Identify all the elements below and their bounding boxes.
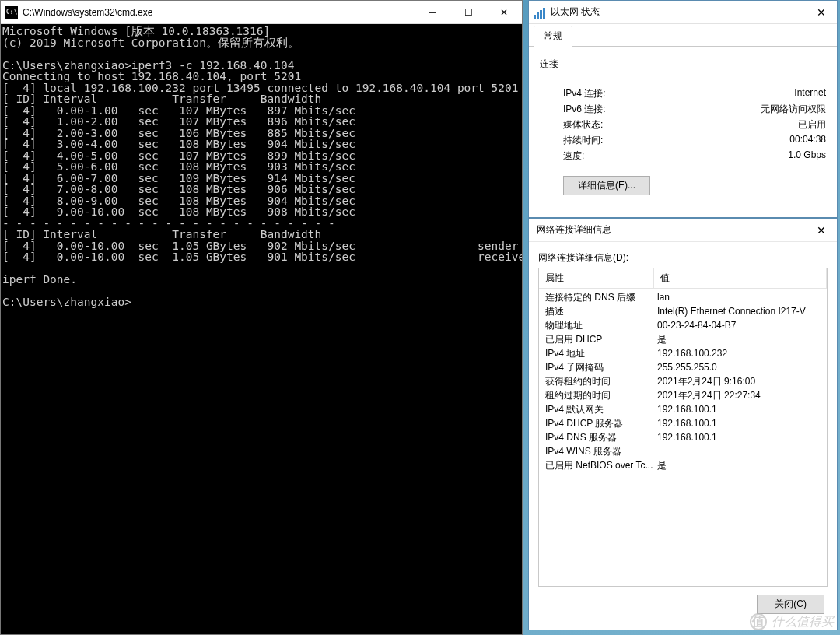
cmd-titlebar[interactable]: C:\ C:\Windows\system32\cmd.exe ─ ☐ ✕ (1, 1, 522, 24)
duration-row: 持续时间: 00:04:38 (563, 134, 826, 147)
watermark-text: 什么值得买 (772, 614, 834, 630)
close-button[interactable]: ✕ (806, 6, 837, 19)
ethernet-status-window: 以太网 状态 ✕ 常规 连接 IPv4 连接: Internet IPv6 连接… (528, 0, 838, 218)
cmd-icon: C:\ (5, 6, 18, 19)
details-row[interactable]: 已启用 DHCP是 (539, 332, 827, 346)
ipv4-connectivity-row: IPv4 连接: Internet (563, 87, 826, 100)
details-title: 网络连接详细信息 (529, 223, 806, 237)
details-row[interactable]: IPv4 DNS 服务器192.168.100.1 (539, 430, 827, 444)
details-row[interactable]: 租约过期的时间2021年2月24日 22:27:34 (539, 388, 827, 402)
details-list-label: 网络连接详细信息(D): (538, 251, 828, 265)
tab-general[interactable]: 常规 (534, 26, 572, 47)
close-button[interactable]: ✕ (486, 1, 522, 23)
maximize-button[interactable]: ☐ (450, 1, 486, 23)
details-list: 属性 值 连接特定的 DNS 后缀lan描述Intel(R) Ethernet … (538, 268, 828, 587)
close-button[interactable]: 关闭(C) (757, 595, 824, 614)
details-row[interactable]: 连接特定的 DNS 后缀lan (539, 290, 827, 304)
details-row[interactable]: IPv4 地址192.168.100.232 (539, 346, 827, 360)
details-row[interactable]: 物理地址00-23-24-84-04-B7 (539, 318, 827, 332)
details-row[interactable]: IPv4 WINS 服务器 (539, 444, 827, 458)
details-row[interactable]: IPv4 DHCP 服务器192.168.100.1 (539, 416, 827, 430)
cmd-window: C:\ C:\Windows\system32\cmd.exe ─ ☐ ✕ Mi… (0, 0, 523, 635)
cmd-title: C:\Windows\system32\cmd.exe (23, 7, 415, 18)
details-button[interactable]: 详细信息(E)... (563, 176, 650, 195)
watermark-logo-icon: 值 (750, 613, 767, 630)
speed-row: 速度: 1.0 Gbps (563, 149, 826, 163)
details-row[interactable]: 获得租约的时间2021年2月24日 9:16:00 (539, 374, 827, 388)
ipv6-connectivity-row: IPv6 连接: 无网络访问权限 (563, 103, 826, 116)
cmd-output[interactable]: Microsoft Windows [版本 10.0.18363.1316] (… (1, 24, 522, 634)
network-details-window: 网络连接详细信息 ✕ 网络连接详细信息(D): 属性 值 连接特定的 DNS 后… (528, 218, 838, 630)
ethernet-titlebar[interactable]: 以太网 状态 ✕ (529, 1, 837, 24)
watermark: 值 什么值得买 (750, 613, 834, 630)
details-row[interactable]: 描述Intel(R) Ethernet Connection I217-V (539, 304, 827, 318)
ethernet-tabs: 常规 (529, 24, 837, 46)
column-property[interactable]: 属性 (539, 268, 654, 288)
network-icon (534, 6, 546, 19)
ethernet-title: 以太网 状态 (551, 5, 806, 19)
details-row[interactable]: IPv4 默认网关192.168.100.1 (539, 402, 827, 416)
close-button[interactable]: ✕ (806, 224, 837, 237)
minimize-button[interactable]: ─ (415, 1, 450, 23)
details-row[interactable]: 已启用 NetBIOS over Tc...是 (539, 458, 827, 472)
details-titlebar[interactable]: 网络连接详细信息 ✕ (529, 219, 837, 242)
column-value[interactable]: 值 (654, 268, 827, 288)
details-row[interactable]: IPv4 子网掩码255.255.255.0 (539, 360, 827, 374)
media-state-row: 媒体状态: 已启用 (563, 118, 826, 132)
